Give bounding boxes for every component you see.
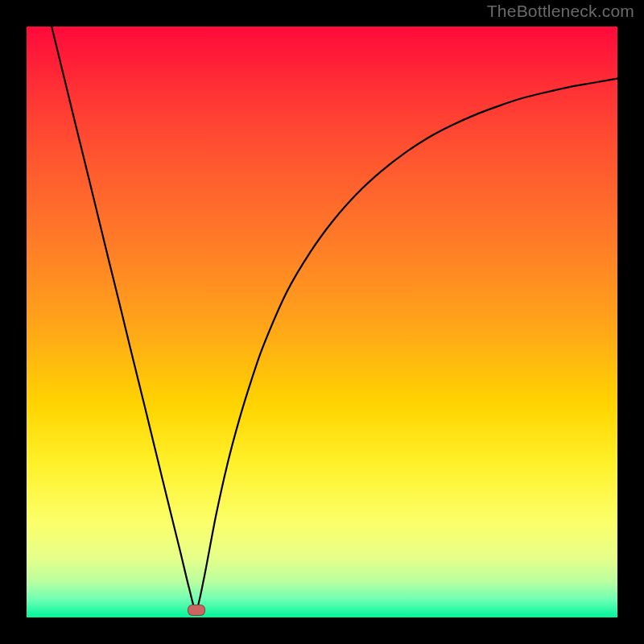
marker-icon bbox=[188, 605, 205, 616]
plot-area bbox=[27, 27, 617, 617]
chart-frame: TheBottleneck.com bbox=[0, 0, 644, 644]
watermark-text: TheBottleneck.com bbox=[487, 2, 634, 21]
curve-line bbox=[27, 27, 617, 617]
